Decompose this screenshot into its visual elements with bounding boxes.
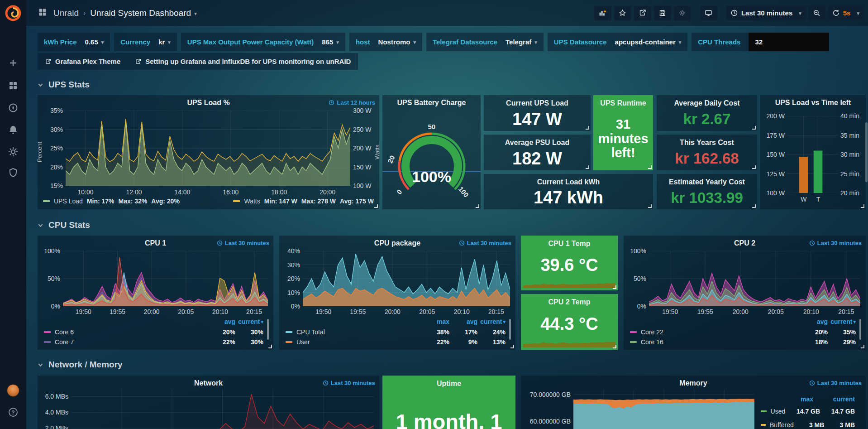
clock-icon [809,240,815,246]
dashboards-icon[interactable] [8,80,19,91]
variable-ups-datasource[interactable]: UPS Datasourceapcupsd-container [548,33,687,51]
panel-title[interactable]: This Years Cost [680,139,734,147]
gauge-value: 100% [386,168,477,186]
panel-time-range[interactable]: Last 12 hours [329,99,375,106]
battery-gauge[interactable]: 0 20 50 100 100% [386,126,477,199]
zoom-out-time-button[interactable] [808,6,825,20]
save-dashboard-button[interactable] [654,6,671,20]
panel-time-range[interactable]: Last 30 minutes [809,380,862,386]
panel-title[interactable]: Average Daily Cost [674,99,739,107]
legend-row: Used14.7 GB14.7 GB [761,405,861,418]
legend-col-max[interactable]: max [772,395,813,405]
bars-chart[interactable] [787,116,839,193]
legend-row: Core 722%30% [44,337,270,347]
series-label[interactable]: Core 6 [55,328,207,336]
breadcrumb-folder[interactable]: Unraid [53,8,79,18]
y-axis-left: 40%30%20%10%0% [284,251,300,306]
page-title[interactable]: Unraid System Dashboard [90,8,196,18]
series-label[interactable]: User [296,338,421,346]
variable-kwh-price[interactable]: kWh Price0.65 [38,33,110,51]
share-dashboard-button[interactable] [634,6,651,20]
panel-title[interactable]: Current UPS Load [506,99,568,107]
memory-chart[interactable] [573,389,754,429]
series-label[interactable]: CPU Total [296,328,421,336]
cpu-threads-input[interactable] [749,33,829,51]
server-admin-shield-icon[interactable] [8,167,19,178]
series-label[interactable]: Core 7 [55,338,207,346]
legend-item-watts[interactable]: WattsMin: 147 WMax: 278 WAvg: 175 W [233,198,374,205]
series-label[interactable]: Buffered [770,421,794,429]
tv-mode-button[interactable] [700,6,717,20]
panel-title[interactable]: Uptime [437,380,461,388]
variable-currency[interactable]: Currencykr [114,33,177,51]
clock-icon [459,240,465,246]
page-scrollbar[interactable] [865,122,868,182]
network-chart[interactable] [71,389,374,429]
series-label[interactable]: Core 22 [641,328,800,336]
alerting-bell-icon[interactable] [8,125,19,135]
panel-title[interactable]: CPU 2 Temp [548,298,590,306]
panel-time-range[interactable]: Last 30 minutes [809,240,862,246]
explore-icon[interactable] [8,102,19,113]
panel-title[interactable]: Average PSU Load [505,139,570,147]
legend-row: User22%9%13% [286,337,512,347]
dashboard-settings-button[interactable] [674,6,691,20]
legend-scrollbar[interactable] [509,319,511,340]
legend-item-ups-load[interactable]: UPS LoadMin: 17%Max: 32%Avg: 20% [43,198,180,205]
dashboard-picker-icon[interactable] [38,8,47,19]
panel-title[interactable]: CPU 1 Temp [548,240,590,248]
legend-scrollbar[interactable] [267,319,269,340]
section-network-memory[interactable]: Network / Memory [38,360,123,370]
user-avatar[interactable] [7,384,19,397]
panel-title[interactable]: UPS Runtime [600,99,646,107]
legend-table: maxcurrent Used14.7 GB14.7 GB Buffered3 … [761,395,861,429]
variable-host[interactable]: hostNostromo [349,33,422,51]
legend-scrollbar[interactable] [859,319,861,340]
panel-average-psu-load: Average PSU Load 182 W [484,135,591,170]
legend-col-avg[interactable]: avg [449,318,477,327]
refresh-picker[interactable]: 5s [828,6,863,20]
help-icon[interactable]: ? [8,407,19,418]
series-label[interactable]: Core 16 [641,338,800,346]
section-ups-stats[interactable]: UPS Stats [38,80,90,90]
variable-telegraf-datasource[interactable]: Telegraf DatasourceTelegraf [426,33,544,51]
panel-time-range[interactable]: Last 30 minutes [459,240,511,246]
legend-row: Core 620%30% [44,327,270,337]
panel-title[interactable]: Estimated Yearly Cost [669,178,745,186]
panel-title[interactable]: UPS Load vs Time left [760,99,866,107]
clock-icon [329,100,334,106]
legend-col-current[interactable]: current [813,395,855,405]
create-icon[interactable] [8,58,19,68]
panel-title[interactable]: Current Load kWh [537,178,600,186]
grafana-logo-icon[interactable] [4,4,22,22]
legend-col-avg[interactable]: avg [800,318,828,327]
panel-time-range[interactable]: Last 30 minutes [323,380,375,386]
variable-ups-max-output[interactable]: UPS Max Output Power Capacity (Watt)865 [181,33,345,51]
add-panel-button[interactable] [594,6,611,20]
cpu1-chart[interactable] [63,251,268,306]
time-range-picker[interactable]: Last 30 minutes [726,6,806,20]
external-link-icon [45,58,51,65]
star-dashboard-button[interactable] [614,6,631,20]
series-swatch [233,200,240,202]
legend-col-current[interactable]: current [477,318,506,327]
legend-col-current[interactable]: current [828,318,856,327]
legend-col-current[interactable]: current [235,318,263,327]
ups-load-chart[interactable] [66,111,350,186]
legend-col-max[interactable]: max [421,318,449,327]
cpu2-chart[interactable] [649,251,860,306]
legend-row: Buffered3 MB3 MB [761,418,861,429]
x-axis: 19:5019:5520:0020:0520:1020:15 [63,308,268,315]
panel-time-range[interactable]: Last 30 minutes [217,240,269,246]
series-label[interactable]: Used [771,408,786,415]
panel-title[interactable]: UPS Battery Charge [382,99,481,107]
x-axis: 19:5019:5520:0020:0520:1020:15 [303,308,510,315]
link-grafana-plex-theme[interactable]: Grafana Plex Theme [38,53,128,70]
cpu-package-chart[interactable] [303,251,510,306]
legend-col-avg[interactable]: avg [207,318,235,327]
configuration-gear-icon[interactable] [8,146,19,157]
y-axis-left: 100%50%0% [628,251,646,306]
panel-title[interactable]: UPS Load % [38,99,379,107]
section-cpu-stats[interactable]: CPU Stats [38,220,90,230]
link-ups-monitoring-guide[interactable]: Setting up Grafana and InfluxDB for UPS … [128,53,358,70]
